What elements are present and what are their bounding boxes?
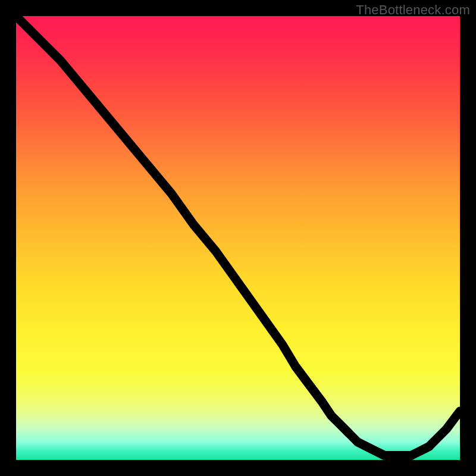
chart-root: TheBottleneck.com (0, 0, 476, 476)
curve-layer (16, 16, 460, 460)
descent-highlight (296, 367, 349, 433)
bottleneck-curve (16, 16, 460, 456)
plot-area (16, 16, 460, 460)
valley-highlight (358, 442, 411, 455)
highlight-segments (296, 367, 429, 455)
ascent-highlight (420, 447, 429, 451)
watermark-text: TheBottleneck.com (356, 2, 470, 18)
